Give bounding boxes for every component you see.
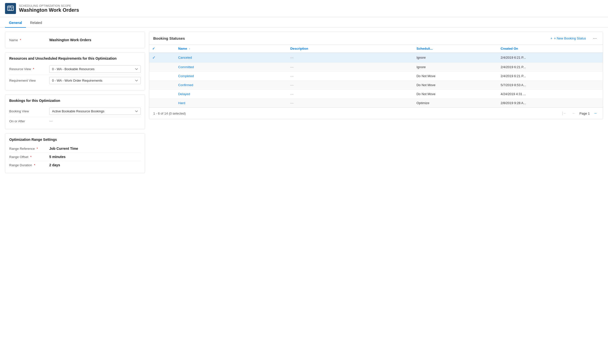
right-panel: Booking Statuses + + New Booking Status … bbox=[149, 32, 603, 173]
th-created-on[interactable]: Created On bbox=[498, 45, 603, 53]
row-created-on-cell: 2/4/2019 6:21 P... bbox=[498, 63, 603, 72]
row-description-cell: --- bbox=[287, 53, 414, 63]
range-offset-value: 5 minutes bbox=[49, 155, 141, 159]
row-description-value: --- bbox=[290, 74, 294, 78]
row-name-cell[interactable]: Hard bbox=[175, 99, 288, 108]
resource-view-label: Resource View * bbox=[9, 67, 49, 71]
row-name-link[interactable]: Hard bbox=[178, 101, 185, 105]
bookings-card: Bookings for this Optimization Booking V… bbox=[5, 94, 145, 129]
row-created-on-cell: 5/7/2019 8:53 A... bbox=[498, 81, 603, 90]
row-description-value: --- bbox=[290, 83, 294, 87]
optimization-range-title: Optimization Range Settings bbox=[9, 138, 141, 142]
row-checkmark: ✓ bbox=[152, 55, 156, 60]
row-created-on-cell: 2/8/2019 9:28 A... bbox=[498, 99, 603, 108]
resources-section-title: Resources and Unscheduled Requirements f… bbox=[9, 56, 141, 60]
row-created-on-cell: 2/4/2019 6:21 P... bbox=[498, 72, 603, 81]
table-row[interactable]: Hard --- Optimize 2/8/2019 9:28 A... bbox=[149, 99, 603, 108]
booking-view-select[interactable]: Active Bookable Resource Bookings bbox=[49, 108, 141, 115]
requirement-view-select[interactable]: 0 - WA - Work Order Requirements bbox=[49, 77, 141, 84]
prev-page-button[interactable]: ← bbox=[570, 110, 578, 117]
row-name-link[interactable]: Delayed bbox=[178, 92, 190, 96]
row-select-cell[interactable]: ✓ bbox=[149, 53, 175, 63]
th-scheduling[interactable]: Scheduli... bbox=[414, 45, 498, 53]
row-name-cell[interactable]: Delayed bbox=[175, 90, 288, 99]
new-booking-status-button[interactable]: + + New Booking Status bbox=[548, 35, 588, 41]
svg-point-3 bbox=[10, 6, 11, 7]
row-created-on-value: 2/8/2019 9:28 A... bbox=[500, 101, 526, 105]
table-header-row: ✓ Name ↑ Description Scheduli... Created… bbox=[149, 45, 603, 53]
row-name-cell[interactable]: Completed bbox=[175, 72, 288, 81]
table-row[interactable]: Completed --- Do Not Move 2/4/2019 6:21 … bbox=[149, 72, 603, 81]
range-duration-required: * bbox=[34, 163, 35, 167]
row-name-cell[interactable]: Confirmed bbox=[175, 81, 288, 90]
row-name-link[interactable]: Confirmed bbox=[178, 83, 193, 87]
th-description[interactable]: Description bbox=[287, 45, 414, 53]
booking-statuses-panel: Booking Statuses + + New Booking Status … bbox=[149, 32, 603, 119]
table-row[interactable]: ✓ Canceled --- Ignore 2/4/2019 6:21 P... bbox=[149, 53, 603, 63]
row-description-cell: --- bbox=[287, 72, 414, 81]
range-duration-label: Range Duration * bbox=[9, 163, 49, 167]
booking-statuses-footer: 1 - 6 of 14 (0 selected) |← ← Page 1 → bbox=[149, 107, 603, 119]
first-page-button[interactable]: |← bbox=[560, 110, 568, 117]
resources-card: Resources and Unscheduled Requirements f… bbox=[5, 52, 145, 90]
resource-view-select[interactable]: 0 - WA - Bookable Resources bbox=[49, 65, 141, 73]
row-select-cell[interactable] bbox=[149, 72, 175, 81]
row-description-value: --- bbox=[290, 101, 294, 105]
tab-general[interactable]: General bbox=[5, 18, 26, 28]
table-row[interactable]: Confirmed --- Do Not Move 5/7/2019 8:53 … bbox=[149, 81, 603, 90]
name-card: Name * Washington Work Orders bbox=[5, 32, 145, 48]
row-scheduling-cell: Do Not Move bbox=[414, 72, 498, 81]
row-select-cell[interactable] bbox=[149, 90, 175, 99]
row-scheduling-cell: Optimize bbox=[414, 99, 498, 108]
row-scheduling-cell: Do Not Move bbox=[414, 90, 498, 99]
row-name-link[interactable]: Committed bbox=[178, 65, 194, 69]
range-duration-value: 2 days bbox=[49, 163, 141, 167]
new-booking-status-label: + New Booking Status bbox=[554, 36, 586, 40]
row-scheduling-value: Do Not Move bbox=[416, 83, 436, 87]
row-name-cell[interactable]: Canceled bbox=[175, 53, 288, 63]
row-created-on-cell: 2/4/2019 6:21 P... bbox=[498, 53, 603, 63]
row-scheduling-value: Ignore bbox=[416, 56, 426, 59]
more-options-button[interactable]: ··· bbox=[591, 35, 599, 41]
row-select-cell[interactable] bbox=[149, 63, 175, 72]
svg-point-2 bbox=[9, 6, 10, 7]
row-scheduling-value: Do Not Move bbox=[416, 92, 436, 96]
table-row[interactable]: Committed --- Ignore 2/4/2019 6:21 P... bbox=[149, 63, 603, 72]
booking-view-label: Booking View bbox=[9, 109, 49, 113]
checkmark-icon: ✓ bbox=[152, 47, 155, 50]
row-description-value: --- bbox=[290, 56, 294, 59]
sort-icon: ↑ bbox=[189, 47, 190, 50]
row-scheduling-cell: Ignore bbox=[414, 63, 498, 72]
row-description-cell: --- bbox=[287, 99, 414, 108]
select-all-header[interactable]: ✓ bbox=[149, 45, 175, 53]
row-scheduling-value: Optimize bbox=[416, 101, 429, 105]
row-scheduling-value: Do Not Move bbox=[416, 74, 436, 78]
pagination-controls: |← ← Page 1 → bbox=[560, 110, 599, 117]
row-scheduling-value: Ignore bbox=[416, 65, 426, 69]
row-scheduling-cell: Ignore bbox=[414, 53, 498, 63]
booking-statuses-actions: + + New Booking Status ··· bbox=[548, 35, 599, 41]
plus-icon: + bbox=[550, 36, 552, 40]
pagination-info: 1 - 6 of 14 (0 selected) bbox=[153, 112, 560, 115]
bookings-section-title: Bookings for this Optimization bbox=[9, 99, 141, 103]
booking-statuses-header: Booking Statuses + + New Booking Status … bbox=[149, 32, 603, 45]
row-description-cell: --- bbox=[287, 63, 414, 72]
range-offset-label: Range Offset * bbox=[9, 155, 49, 159]
optimization-range-card: Optimization Range Settings Range Refere… bbox=[5, 133, 145, 173]
th-name[interactable]: Name ↑ bbox=[175, 45, 288, 53]
name-required-indicator: * bbox=[20, 38, 21, 42]
row-select-cell[interactable] bbox=[149, 81, 175, 90]
next-page-button[interactable]: → bbox=[592, 110, 599, 117]
row-name-link[interactable]: Completed bbox=[178, 74, 194, 78]
on-or-after-value: --- bbox=[49, 119, 141, 123]
row-created-on-value: 2/4/2019 6:21 P... bbox=[500, 56, 526, 59]
row-name-cell[interactable]: Committed bbox=[175, 63, 288, 72]
row-created-on-cell: 4/24/2019 4:31 ... bbox=[498, 90, 603, 99]
tab-bar: General Related bbox=[0, 18, 608, 28]
table-row[interactable]: Delayed --- Do Not Move 4/24/2019 4:31 .… bbox=[149, 90, 603, 99]
row-created-on-value: 5/7/2019 8:53 A... bbox=[500, 83, 526, 87]
row-name-link[interactable]: Canceled bbox=[178, 56, 192, 59]
row-select-cell[interactable] bbox=[149, 99, 175, 108]
row-created-on-value: 2/4/2019 6:21 P... bbox=[500, 65, 526, 69]
tab-related[interactable]: Related bbox=[26, 18, 46, 28]
